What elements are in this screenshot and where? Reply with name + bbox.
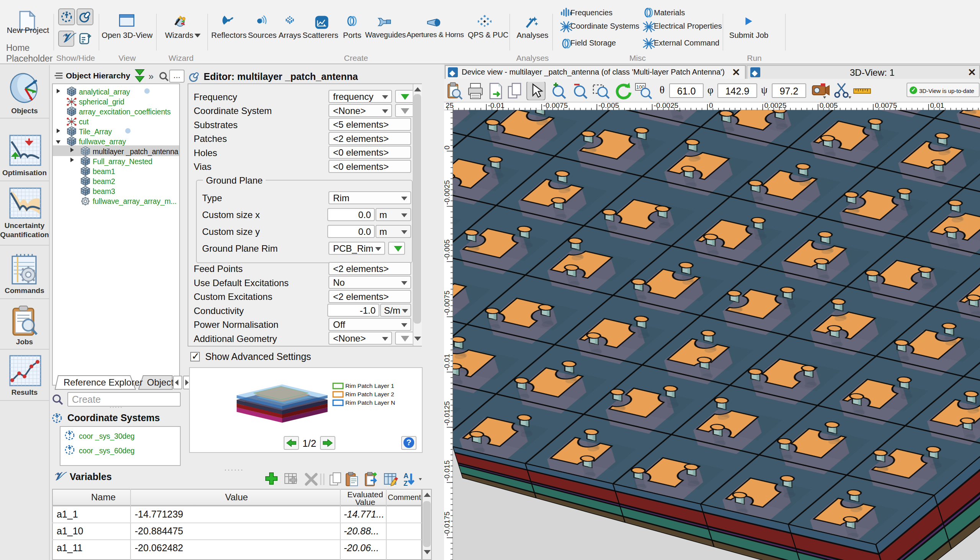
svg-text:-0.01: -0.01 xyxy=(488,103,504,109)
svg-text:beam1: beam1 xyxy=(93,167,115,175)
svg-text:25: 25 xyxy=(446,103,454,109)
svg-text:Rim Patch Layer 1: Rim Patch Layer 1 xyxy=(345,383,394,389)
svg-text:-0.0075: -0.0075 xyxy=(444,291,451,315)
svg-text:Rim Patch Layer 2: Rim Patch Layer 2 xyxy=(345,391,394,397)
svg-text:cut: cut xyxy=(79,117,89,126)
svg-text:Z: Z xyxy=(403,480,408,487)
svg-text:array_excitation_coefficients: array_excitation_coefficients xyxy=(79,107,171,116)
svg-text:0.0025: 0.0025 xyxy=(764,103,786,109)
svg-text:spherical_grid: spherical_grid xyxy=(79,98,124,106)
svg-text:beam2: beam2 xyxy=(93,177,115,185)
svg-text:Rim Patch Layer N: Rim Patch Layer N xyxy=(345,399,395,406)
svg-text:0: 0 xyxy=(444,145,451,150)
svg-text:Reference Explorer: Reference Explorer xyxy=(64,377,143,387)
svg-text:fullwave_array: fullwave_array xyxy=(79,137,126,146)
svg-text:coor _sys_60deg: coor _sys_60deg xyxy=(79,447,135,455)
svg-text:-0.0075: -0.0075 xyxy=(543,103,568,109)
svg-text:0.0075: 0.0075 xyxy=(875,103,897,109)
svg-text:-0.0025: -0.0025 xyxy=(654,103,678,109)
svg-text:0.005: 0.005 xyxy=(819,103,838,109)
svg-text:-0.0125: -0.0125 xyxy=(444,401,451,426)
svg-text:analytical_array: analytical_array xyxy=(79,88,130,97)
svg-text:A: A xyxy=(403,472,408,480)
svg-text:-0.0025: -0.0025 xyxy=(444,180,451,205)
svg-text:Tile_Array: Tile_Array xyxy=(79,127,112,136)
svg-text:Object E: Object E xyxy=(147,377,182,387)
svg-text:-0.005: -0.005 xyxy=(444,240,451,260)
svg-text:-0.01: -0.01 xyxy=(444,354,451,370)
svg-text:0: 0 xyxy=(709,103,713,109)
svg-text:0.01: 0.01 xyxy=(930,103,945,109)
svg-text:-0.0175: -0.0175 xyxy=(444,512,451,536)
svg-text:-0.015: -0.015 xyxy=(444,460,451,481)
svg-text:coor _sys_30deg: coor _sys_30deg xyxy=(79,432,135,441)
svg-text:Full_array_Nested: Full_array_Nested xyxy=(93,157,152,166)
svg-text:-0.005: -0.005 xyxy=(598,103,619,109)
svg-text:fullwave_array_array_m...: fullwave_array_array_m... xyxy=(93,197,176,206)
svg-text:beam3: beam3 xyxy=(93,187,115,195)
svg-text:multilayer _patch_antenna: multilayer _patch_antenna xyxy=(93,147,178,156)
